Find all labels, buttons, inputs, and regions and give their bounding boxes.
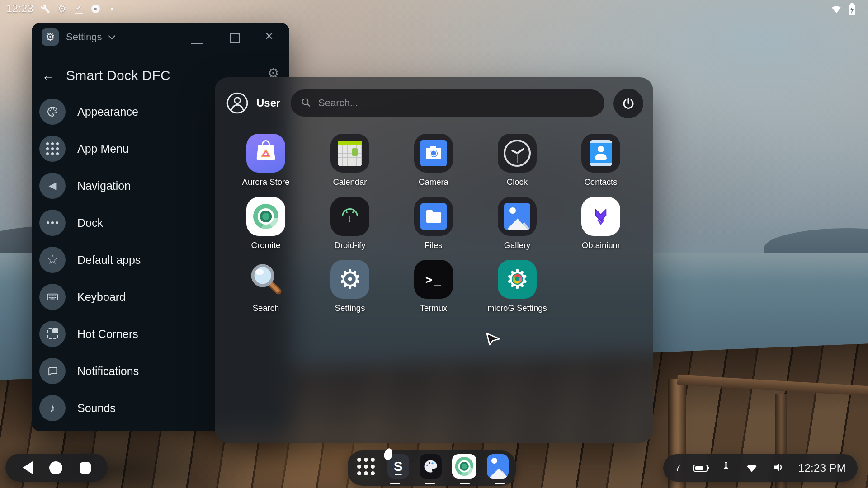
sidebar-item-navigation[interactable]: ◀ Navigation (32, 170, 240, 201)
page-title: Smart Dock DFC (66, 68, 170, 83)
clock-icon (498, 134, 537, 173)
sidebar-label: Sounds (77, 402, 116, 415)
dot-icon (107, 4, 117, 14)
running-indicator (390, 483, 400, 484)
window-titlebar[interactable]: ⚙ Settings × (32, 23, 289, 51)
sidebar-label: Dock (77, 216, 103, 230)
search-app-icon (246, 260, 285, 299)
user-label: User (256, 97, 280, 109)
settings-app-icon: ⚙ (42, 28, 59, 46)
star-icon: ☆ (39, 247, 66, 273)
app-gallery[interactable]: Gallery (476, 197, 558, 250)
wrench-icon (40, 4, 50, 14)
sidebar-item-notifications[interactable]: Notifications (32, 356, 240, 386)
aurora-store-icon (246, 134, 285, 173)
tray-clock[interactable]: 12:23 PM (798, 462, 846, 474)
gallery-icon (498, 197, 537, 236)
palette-icon (39, 99, 66, 125)
search-input[interactable] (318, 97, 594, 109)
back-triangle-icon: ◀ (39, 173, 66, 199)
maximize-button[interactable] (230, 33, 240, 43)
wifi-icon (830, 4, 843, 15)
sidebar-item-dock[interactable]: Dock (32, 207, 240, 238)
settings-icon: ⚙ (330, 260, 369, 299)
dock-app-theme[interactable] (420, 454, 442, 479)
droidify-icon: ↓ (330, 197, 369, 236)
status-time: 12:23 (6, 3, 33, 15)
sidebar-item-sounds[interactable]: ♪ Sounds (32, 393, 240, 423)
window-title: Settings (66, 31, 102, 43)
sidebar-item-app-menu[interactable]: App Menu (32, 133, 240, 164)
app-cromite[interactable]: Cromite (225, 197, 307, 250)
sidebar-label: Appearance (77, 105, 138, 118)
hot-corners-icon (39, 321, 66, 347)
minimize-button[interactable] (191, 43, 203, 44)
battery-charging-icon (849, 5, 855, 15)
app-aurora-store[interactable]: Aurora Store (225, 134, 307, 187)
app-drawer-button[interactable] (355, 454, 377, 479)
ellipsis-icon (39, 210, 66, 236)
microg-icon: ⚙ (498, 260, 537, 299)
chat-bubble-icon (39, 358, 66, 384)
dock-app-smartdock[interactable]: S (387, 454, 410, 479)
app-drawer-icon (357, 458, 375, 475)
sidebar-label: Notifications (77, 365, 139, 378)
status-bar: 12:23 ⚙ ✓ (6, 3, 117, 15)
nav-bar (5, 454, 108, 482)
app-obtainium[interactable]: Obtainium (560, 197, 642, 250)
sidebar-label: Keyboard (77, 291, 126, 304)
app-clock[interactable]: Clock (476, 134, 558, 187)
chevron-down-icon[interactable] (108, 32, 115, 39)
cromite-icon (455, 457, 473, 476)
cromite-icon (246, 197, 285, 236)
app-launcher: User Aurora Store Calendar (215, 77, 653, 443)
dock-app-gallery[interactable] (487, 454, 509, 479)
app-search[interactable]: Search (225, 260, 307, 313)
user-avatar[interactable] (226, 92, 249, 114)
pin-icon[interactable] (721, 461, 731, 475)
app-camera[interactable]: Camera (393, 134, 474, 187)
sidebar-label: App Menu (77, 142, 129, 155)
back-button[interactable] (23, 461, 33, 474)
close-button[interactable]: × (265, 28, 274, 43)
app-grid-icon (39, 136, 66, 162)
music-note-icon: ♪ (39, 395, 66, 421)
calendar-icon (330, 134, 369, 173)
contacts-icon (581, 134, 620, 173)
app-droidify[interactable]: ↓ Droid-ify (309, 197, 391, 250)
sidebar-label: Hot Corners (77, 328, 138, 341)
app-files[interactable]: Files (393, 197, 474, 250)
sidebar-item-hot-corners[interactable]: Hot Corners (32, 319, 240, 349)
running-indicator (495, 483, 505, 484)
sidebar-label: Navigation (77, 179, 131, 192)
dock: S (348, 450, 516, 486)
sidebar-item-keyboard[interactable]: Keyboard (32, 282, 240, 312)
battery-icon[interactable] (693, 465, 708, 472)
palette-icon (422, 458, 439, 474)
search-bar[interactable] (291, 89, 604, 117)
files-icon (414, 197, 453, 236)
power-button[interactable] (613, 89, 643, 118)
dock-app-cromite[interactable] (452, 454, 476, 479)
keyboard-icon (39, 284, 66, 310)
sidebar-item-appearance[interactable]: Appearance (32, 96, 240, 127)
sidebar-label: Default apps (77, 253, 141, 267)
badge-icon (90, 4, 100, 14)
system-tray[interactable]: 7 12:23 PM (663, 454, 858, 482)
back-arrow-icon[interactable]: ← (42, 68, 55, 83)
volume-icon[interactable] (772, 461, 785, 475)
notification-count[interactable]: 7 (675, 462, 680, 474)
app-calendar[interactable]: Calendar (309, 134, 391, 187)
app-contacts[interactable]: Contacts (560, 134, 642, 187)
running-indicator (460, 483, 470, 484)
recents-button[interactable] (80, 462, 91, 474)
app-termux[interactable]: >_ Termux (393, 260, 474, 313)
running-indicator (425, 483, 435, 484)
app-microg-settings[interactable]: ⚙ microG Settings (476, 260, 558, 313)
check-underline-icon: ✓ (74, 4, 84, 14)
sidebar-item-default-apps[interactable]: ☆ Default apps (32, 244, 240, 275)
wifi-icon[interactable] (745, 462, 759, 474)
home-button[interactable] (49, 461, 62, 474)
app-settings[interactable]: ⚙ Settings (309, 260, 391, 313)
smartdock-icon: S (394, 460, 403, 473)
